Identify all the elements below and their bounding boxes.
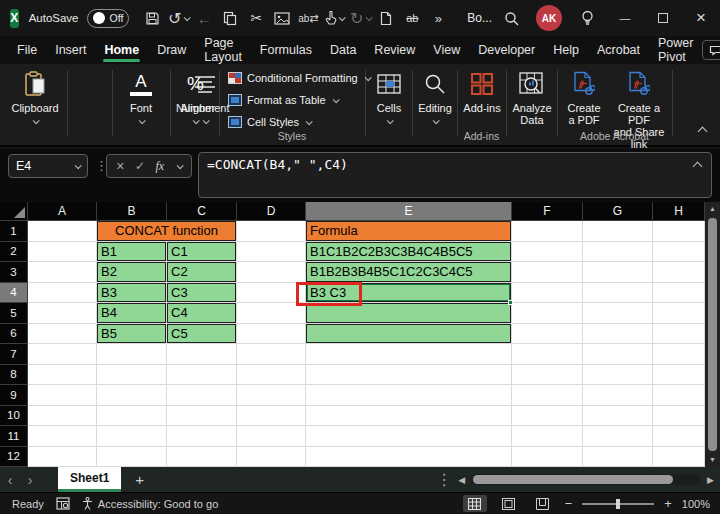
paste-picture-icon[interactable] [271, 6, 293, 30]
cell-H5[interactable] [653, 303, 705, 324]
cut-icon[interactable]: ✂ [245, 6, 267, 30]
save-icon[interactable] [141, 6, 163, 30]
tab-help[interactable]: Help [544, 36, 588, 64]
row-header-5[interactable]: 5 [0, 303, 28, 324]
row-header-2[interactable]: 2 [0, 242, 28, 263]
cell-C5[interactable]: C4 [167, 303, 237, 324]
account-avatar[interactable]: AK [530, 3, 568, 33]
comments-button[interactable] [702, 40, 720, 60]
column-header-c[interactable]: C [167, 202, 237, 221]
cell-C4[interactable]: C3 [167, 283, 237, 304]
cell-C8[interactable] [167, 365, 237, 386]
cell-B2[interactable]: B1 [97, 242, 167, 263]
formula-input[interactable]: =CONCAT(B4," ",C4) [198, 152, 712, 198]
row-header-4[interactable]: 4 [0, 283, 28, 304]
cell-C9[interactable] [167, 385, 237, 406]
cell-H10[interactable] [653, 406, 705, 427]
cell-E3[interactable]: B1B2B3B4B5C1C2C3C4C5 [306, 262, 512, 283]
close-button[interactable]: × [682, 3, 720, 33]
tell-me-lightbulb-icon[interactable] [568, 3, 606, 33]
name-box[interactable]: E4 [8, 154, 88, 178]
cell-D10[interactable] [237, 406, 306, 427]
cancel-icon[interactable]: × [116, 158, 124, 174]
cell-G11[interactable] [583, 426, 653, 447]
page-layout-view-button[interactable] [497, 495, 521, 512]
cell-C7[interactable] [167, 344, 237, 365]
cell-C10[interactable] [167, 406, 237, 427]
cell-F3[interactable] [512, 262, 583, 283]
create-pdf-button[interactable]: Create a PDF [560, 69, 608, 126]
clipboard-button[interactable]: Clipboard [6, 69, 64, 124]
cell-E7[interactable] [306, 344, 512, 365]
cell-G2[interactable] [583, 242, 653, 263]
horizontal-scrollbar[interactable] [471, 474, 701, 485]
row-header-6[interactable]: 6 [0, 324, 28, 345]
cell-B4[interactable]: B3 [97, 283, 167, 304]
cell-A7[interactable] [28, 344, 97, 365]
macro-record-icon[interactable] [56, 497, 70, 510]
cell-B11[interactable] [97, 426, 167, 447]
cell-H1[interactable] [653, 221, 705, 242]
cell-E11[interactable] [306, 426, 512, 447]
cell-C3[interactable]: C2 [167, 262, 237, 283]
number-button[interactable]: % Number [175, 69, 216, 124]
minimize-button[interactable]: — [606, 3, 644, 33]
cell-E5[interactable] [306, 303, 512, 324]
cell-H3[interactable] [653, 262, 705, 283]
hscroll-right-icon[interactable]: ▶ [707, 475, 714, 485]
zoom-slider-thumb[interactable] [616, 499, 620, 509]
column-header-g[interactable]: G [583, 202, 653, 221]
cell-G3[interactable] [583, 262, 653, 283]
cell-H12[interactable] [653, 447, 705, 468]
cell-F12[interactable] [512, 447, 583, 468]
insert-function-icon[interactable]: fx [156, 159, 165, 174]
add-sheet-icon[interactable]: + [135, 471, 144, 488]
cell-A8[interactable] [28, 365, 97, 386]
cell-F4[interactable] [512, 283, 583, 304]
cell-B6[interactable]: B5 [97, 324, 167, 345]
document-name[interactable]: Bo... [467, 11, 492, 25]
cell-E12[interactable] [306, 447, 512, 468]
tab-home[interactable]: Home [95, 36, 148, 64]
scroll-up-icon[interactable]: ▲ [709, 202, 716, 216]
cell-E9[interactable] [306, 385, 512, 406]
cell-D12[interactable] [237, 447, 306, 468]
cell-D7[interactable] [237, 344, 306, 365]
cell-D11[interactable] [237, 426, 306, 447]
column-header-f[interactable]: F [512, 202, 583, 221]
cell-H11[interactable] [653, 426, 705, 447]
cell-B5[interactable]: B4 [97, 303, 167, 324]
cell-D3[interactable] [237, 262, 306, 283]
cell-E6[interactable] [306, 324, 512, 345]
cell-H9[interactable] [653, 385, 705, 406]
tab-formulas[interactable]: Formulas [251, 36, 321, 64]
cell-F6[interactable] [512, 324, 583, 345]
cell-A6[interactable] [28, 324, 97, 345]
conditional-formatting-button[interactable]: Conditional Formatting [228, 72, 370, 84]
cell-A3[interactable] [28, 262, 97, 283]
row-header-7[interactable]: 7 [0, 344, 28, 365]
row-header-1[interactable]: 1 [0, 221, 28, 242]
cell-F10[interactable] [512, 406, 583, 427]
column-header-b[interactable]: B [97, 202, 167, 221]
cell-C2[interactable]: C1 [167, 242, 237, 263]
sheet-nav-right-icon[interactable]: › [20, 472, 40, 488]
cell-A4[interactable] [28, 283, 97, 304]
cell-G6[interactable] [583, 324, 653, 345]
cell-H6[interactable] [653, 324, 705, 345]
cell-G9[interactable] [583, 385, 653, 406]
row-header-11[interactable]: 11 [0, 426, 28, 447]
find-replace-icon[interactable]: ab⇄ [297, 6, 319, 30]
zoom-level[interactable]: 100% [682, 498, 710, 510]
normal-view-button[interactable] [463, 495, 487, 512]
zoom-out-icon[interactable]: − [565, 496, 573, 511]
cell-F9[interactable] [512, 385, 583, 406]
cell-B10[interactable] [97, 406, 167, 427]
cells-button[interactable]: Cells [367, 69, 411, 124]
row-header-10[interactable]: 10 [0, 406, 28, 427]
row-header-8[interactable]: 8 [0, 365, 28, 386]
tab-file[interactable]: File [8, 36, 46, 64]
cell-C6[interactable]: C5 [167, 324, 237, 345]
cell-G5[interactable] [583, 303, 653, 324]
zoom-in-icon[interactable]: + [664, 496, 672, 511]
